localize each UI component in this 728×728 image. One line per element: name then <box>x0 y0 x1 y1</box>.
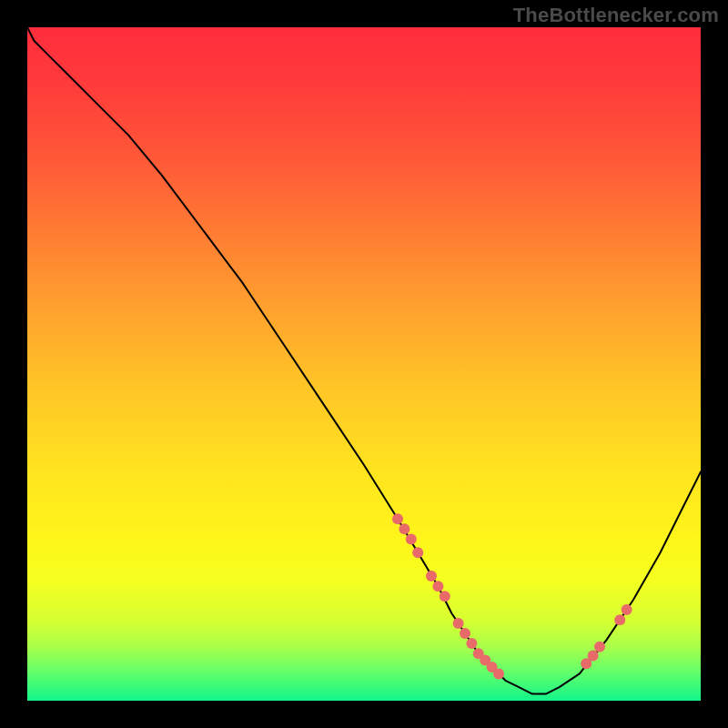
data-marker <box>440 591 450 602</box>
data-marker <box>493 668 504 679</box>
chart-svg <box>27 27 701 701</box>
data-marker <box>594 642 605 652</box>
data-marker <box>466 638 477 649</box>
data-marker <box>432 581 443 592</box>
data-marker <box>588 650 599 661</box>
bottleneck-curve <box>27 27 701 694</box>
data-marker <box>622 604 632 615</box>
chart-frame: TheBottlenecker.com <box>0 0 728 728</box>
data-marker <box>392 513 403 524</box>
plot-area <box>27 27 701 701</box>
watermark-text: TheBottlenecker.com <box>513 4 719 27</box>
data-marker <box>614 614 625 625</box>
data-marker <box>399 523 410 534</box>
data-marker <box>412 547 423 558</box>
data-marker <box>453 618 464 629</box>
data-marker <box>406 533 417 544</box>
marker-group <box>392 513 632 679</box>
data-marker <box>426 571 437 581</box>
data-marker <box>460 628 470 639</box>
